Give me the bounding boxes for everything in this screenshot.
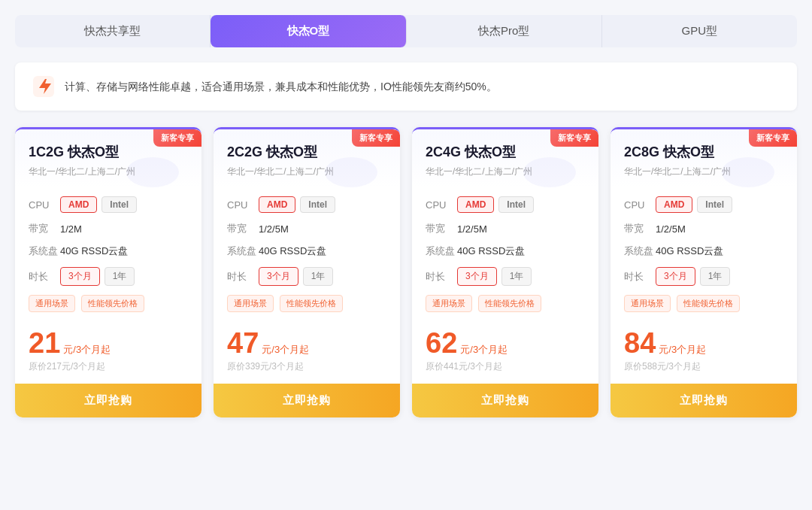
bolt-icon	[33, 76, 54, 97]
duration-1y-chip[interactable]: 1年	[303, 267, 334, 286]
disk-row: 系统盘 40G RSSD云盘	[426, 244, 585, 258]
bandwidth-row: 带宽 1/2/5M	[624, 222, 783, 235]
info-text: 计算、存储与网络性能卓越，适合通用场景，兼具成本和性能优势，IO性能领先友商约5…	[65, 78, 497, 95]
card-region: 华北一/华北二/上海二/广州	[29, 165, 188, 178]
card-body: CPU AMD Intel 带宽 1/2/5M 系统盘 40G RSSD云盘 时…	[214, 187, 400, 329]
cpu-label: CPU	[29, 199, 60, 211]
tab-pro-type[interactable]: 快杰Pro型	[407, 15, 602, 47]
price-unit: 元/3个月起	[262, 343, 309, 357]
tag-performance: 性能领先价格	[81, 295, 144, 312]
intel-chip[interactable]: Intel	[102, 196, 137, 213]
tab-o-type[interactable]: 快杰O型	[211, 15, 406, 47]
duration-3m-chip[interactable]: 3个月	[457, 267, 497, 286]
price-main: 62 元/3个月起	[426, 329, 585, 357]
card-region: 华北一/华北二/上海二/广州	[227, 165, 386, 178]
buy-button[interactable]: 立即抢购	[611, 384, 797, 417]
price-section: 47 元/3个月起 原价339元/3个月起	[214, 329, 400, 384]
buy-button[interactable]: 立即抢购	[15, 384, 201, 417]
cpu-chips: AMD Intel	[656, 196, 732, 213]
duration-1y-chip[interactable]: 1年	[700, 267, 731, 286]
cpu-label: CPU	[624, 199, 656, 211]
duration-3m-chip[interactable]: 3个月	[60, 267, 100, 286]
new-badge: 新客专享	[153, 129, 201, 147]
tags-row: 通用场景 性能领先价格	[624, 295, 783, 312]
disk-value: 40G RSSD云盘	[457, 244, 525, 258]
price-unit: 元/3个月起	[63, 343, 111, 357]
card-body: CPU AMD Intel 带宽 1/2M 系统盘 40G RSSD云盘 时长 …	[15, 187, 201, 329]
disk-label: 系统盘	[29, 244, 60, 258]
duration-row: 时长 3个月 1年	[227, 267, 386, 286]
price-main: 21 元/3个月起	[29, 329, 188, 357]
tag-general: 通用场景	[624, 295, 671, 312]
buy-button[interactable]: 立即抢购	[214, 384, 400, 417]
card-region: 华北一/华北二/上海二/广州	[426, 165, 585, 178]
cpu-label: CPU	[227, 199, 259, 211]
cpu-row: CPU AMD Intel	[29, 196, 188, 213]
price-section: 62 元/3个月起 原价441元/3个月起	[412, 329, 598, 384]
disk-value: 40G RSSD云盘	[60, 244, 128, 258]
amd-chip[interactable]: AMD	[656, 196, 692, 213]
price-number: 47	[227, 329, 259, 357]
cpu-row: CPU AMD Intel	[227, 196, 386, 213]
bandwidth-value: 1/2/5M	[656, 223, 686, 235]
new-badge: 新客专享	[352, 129, 400, 147]
bandwidth-label: 带宽	[29, 222, 60, 235]
duration-chips: 3个月 1年	[457, 267, 532, 286]
disk-label: 系统盘	[227, 244, 259, 258]
card-header: 新客专享 1C2G 快杰O型 华北一/华北二/上海二/广州	[15, 129, 201, 187]
cpu-chips: AMD Intel	[457, 196, 534, 213]
duration-chips: 3个月 1年	[259, 267, 333, 286]
duration-3m-chip[interactable]: 3个月	[656, 267, 695, 286]
duration-chips: 3个月 1年	[60, 267, 135, 286]
price-original: 原价588元/3个月起	[624, 360, 783, 373]
duration-label: 时长	[624, 270, 656, 284]
buy-button[interactable]: 立即抢购	[412, 384, 598, 417]
duration-label: 时长	[227, 270, 259, 284]
disk-label: 系统盘	[624, 244, 656, 258]
bandwidth-label: 带宽	[227, 222, 259, 235]
duration-row: 时长 3个月 1年	[426, 267, 585, 286]
amd-chip[interactable]: AMD	[259, 196, 295, 213]
card-header: 新客专享 2C8G 快杰O型 华北一/华北二/上海二/广州	[611, 129, 797, 187]
price-original: 原价441元/3个月起	[426, 360, 585, 373]
price-section: 84 元/3个月起 原价588元/3个月起	[611, 329, 797, 384]
tags-row: 通用场景 性能领先价格	[426, 295, 585, 312]
cpu-chips: AMD Intel	[60, 196, 137, 213]
disk-row: 系统盘 40G RSSD云盘	[624, 244, 783, 258]
price-section: 21 元/3个月起 原价217元/3个月起	[15, 329, 201, 384]
intel-chip[interactable]: Intel	[300, 196, 335, 213]
card-header: 新客专享 2C2G 快杰O型 华北一/华北二/上海二/广州	[214, 129, 400, 187]
tab-shared[interactable]: 快杰共享型	[15, 15, 211, 47]
intel-chip[interactable]: Intel	[697, 196, 732, 213]
tag-performance: 性能领先价格	[478, 295, 541, 312]
tabs-bar: 快杰共享型 快杰O型 快杰Pro型 GPU型	[15, 15, 797, 47]
duration-1y-chip[interactable]: 1年	[501, 267, 532, 286]
price-main: 84 元/3个月起	[624, 329, 783, 357]
tag-general: 通用场景	[426, 295, 472, 312]
card-body: CPU AMD Intel 带宽 1/2/5M 系统盘 40G RSSD云盘 时…	[412, 187, 598, 329]
duration-1y-chip[interactable]: 1年	[105, 267, 135, 286]
new-badge: 新客专享	[550, 129, 598, 147]
bandwidth-row: 带宽 1/2/5M	[426, 222, 585, 235]
bandwidth-row: 带宽 1/2M	[29, 222, 188, 235]
disk-value: 40G RSSD云盘	[656, 244, 723, 258]
duration-label: 时长	[29, 270, 60, 284]
amd-chip[interactable]: AMD	[60, 196, 97, 213]
new-badge: 新客专享	[749, 129, 797, 147]
card-header: 新客专享 2C4G 快杰O型 华北一/华北二/上海二/广州	[412, 129, 598, 187]
tags-row: 通用场景 性能领先价格	[227, 295, 386, 312]
card-region: 华北一/华北二/上海二/广州	[624, 165, 783, 178]
cpu-label: CPU	[426, 199, 457, 211]
price-original: 原价339元/3个月起	[227, 360, 386, 373]
duration-3m-chip[interactable]: 3个月	[259, 267, 298, 286]
intel-chip[interactable]: Intel	[498, 196, 534, 213]
product-card-1: 新客专享 1C2G 快杰O型 华北一/华北二/上海二/广州 CPU AMD In…	[15, 127, 201, 417]
tab-gpu-type[interactable]: GPU型	[602, 15, 797, 47]
product-card-4: 新客专享 2C8G 快杰O型 华北一/华北二/上海二/广州 CPU AMD In…	[611, 127, 797, 417]
tags-row: 通用场景 性能领先价格	[29, 295, 188, 312]
bandwidth-label: 带宽	[624, 222, 656, 235]
bandwidth-value: 1/2/5M	[457, 223, 487, 235]
price-unit: 元/3个月起	[659, 343, 706, 357]
amd-chip[interactable]: AMD	[457, 196, 494, 213]
bandwidth-row: 带宽 1/2/5M	[227, 222, 386, 235]
